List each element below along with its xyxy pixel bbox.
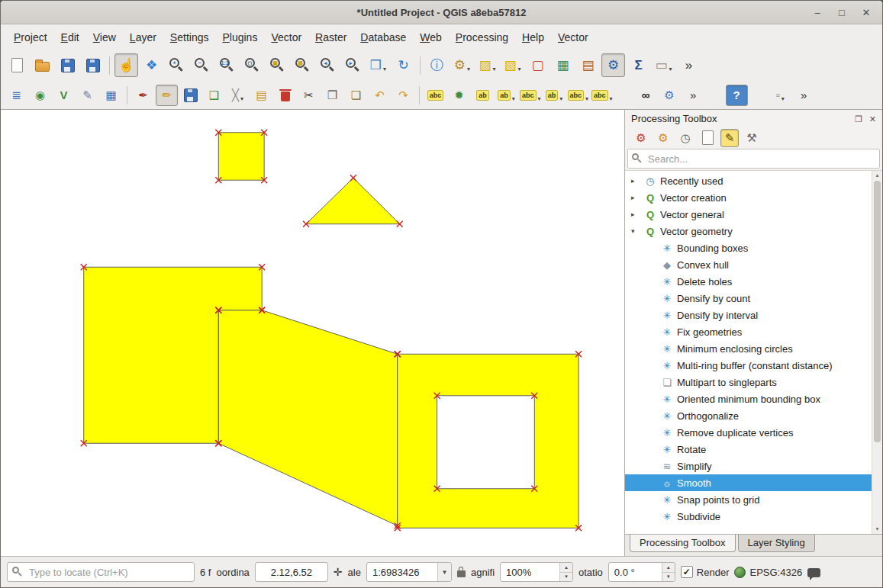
run-feature-action-dropdown-icon[interactable]: ▾ <box>467 66 470 72</box>
tree-scrollbar[interactable]: ▴ ▾ <box>872 171 882 534</box>
menu-help[interactable]: Help <box>515 27 551 47</box>
select-by-expression-dropdown-icon[interactable]: ▾ <box>518 66 521 72</box>
group-vector-geometry[interactable]: ▾QVector geometry <box>625 223 872 239</box>
pan-to-selection-button[interactable]: ❖ <box>140 53 163 77</box>
chevron-down-icon[interactable]: ▾ <box>437 563 451 581</box>
add-polygon-feature-button[interactable]: ❑ <box>203 85 225 106</box>
zoom-native-button[interactable]: 1:1 <box>215 53 239 77</box>
menu-view[interactable]: View <box>86 27 123 47</box>
map-canvas[interactable] <box>1 110 624 556</box>
redo-button[interactable]: ↷ <box>392 85 414 106</box>
measure-line-dropdown-icon[interactable]: ▾ <box>669 66 672 72</box>
history-button[interactable]: ◷ <box>676 129 694 147</box>
expand-arrow-icon[interactable]: ▸ <box>631 194 643 201</box>
rotate-label-button[interactable]: abc▾ <box>567 85 590 106</box>
label-engine-button[interactable]: ✹ <box>448 85 470 106</box>
select-features-button[interactable]: ▨▾ <box>475 53 499 77</box>
move-label-button[interactable]: ab▾ <box>543 85 566 106</box>
search-input[interactable] <box>646 153 875 165</box>
lock-scale-icon[interactable] <box>457 570 466 577</box>
zoom-full-button[interactable]: ◻ <box>240 53 264 77</box>
menu-settings[interactable]: Settings <box>163 27 216 47</box>
select-features-dropdown-icon[interactable]: ▾ <box>493 66 496 72</box>
paste-features-button[interactable]: ❏ <box>345 85 367 106</box>
scale-combo[interactable]: 1:6983426 ▾ <box>366 562 452 582</box>
menu-web[interactable]: Web <box>413 27 449 47</box>
algorithm-convex-hull[interactable]: ◆Convex hull <box>625 256 872 273</box>
open-attribute-table-button[interactable]: ▦ <box>551 53 575 77</box>
menu-project[interactable]: Project <box>7 27 54 47</box>
algorithm-simplify[interactable]: ≋Simplify <box>625 458 872 474</box>
toggle-editing-button[interactable]: ✏ <box>156 85 178 106</box>
highlight-pinned-labels-button[interactable]: ab <box>472 85 494 106</box>
layer-labeling-options-button[interactable]: abc <box>424 85 446 106</box>
algorithm-minimum-enclosing-circles[interactable]: ✳Minimum enclosing circles <box>625 340 872 357</box>
measure-line-button[interactable]: ▭▾ <box>652 53 675 77</box>
zoom-last-button[interactable]: ◂ <box>316 53 340 77</box>
locate-input[interactable] <box>27 566 189 579</box>
close-icon[interactable]: ✕ <box>861 7 872 18</box>
new-map-view-dropdown-icon[interactable]: ▾ <box>383 66 386 72</box>
new-geopackage-layer-button[interactable]: ◉ <box>29 85 51 106</box>
data-source-manager-button[interactable]: ≣ <box>5 85 27 106</box>
algorithm-densify-by-interval[interactable]: ✳Densify by interval <box>625 307 872 323</box>
zoom-in-button[interactable]: + <box>165 53 189 77</box>
algorithm-subdivide[interactable]: ✳Subdivide <box>625 508 872 525</box>
algorithm-remove-duplicate-vertices[interactable]: ✳Remove duplicate vertices <box>625 424 872 441</box>
copy-features-button[interactable]: ❐ <box>321 85 343 106</box>
toolbar2-extension-b-button[interactable]: » <box>793 85 815 106</box>
field-calculator-button[interactable]: ▤ <box>576 53 600 77</box>
minimize-icon[interactable]: – <box>812 7 823 18</box>
change-label-button[interactable]: abc▾ <box>591 85 614 106</box>
pin-unpin-labels-button[interactable]: ab▾ <box>495 85 517 106</box>
spin-down-icon[interactable]: ▾ <box>560 573 572 582</box>
scrollbar-thumb[interactable] <box>874 181 881 442</box>
new-spatialite-layer-button[interactable]: ✎ <box>76 85 98 106</box>
save-project-button[interactable] <box>56 53 79 77</box>
group-vector-general[interactable]: ▸QVector general <box>625 206 872 223</box>
toolbar1-extension-button[interactable]: » <box>677 53 701 77</box>
algorithm-snap-points-to-grid[interactable]: ✳Snap points to grid <box>625 491 872 508</box>
menu-processing[interactable]: Processing <box>449 27 515 47</box>
scroll-down-icon[interactable]: ▾ <box>875 525 878 534</box>
digitizing-options-dropdown-icon[interactable]: ▾ <box>781 95 785 102</box>
algorithm-multipart-to-singleparts[interactable]: ❏Multipart to singleparts <box>625 374 872 390</box>
zoom-next-button[interactable]: ▸ <box>341 53 365 77</box>
models-button[interactable]: ⚙ <box>632 129 650 147</box>
tab-layer-styling[interactable]: Layer Styling <box>738 535 815 552</box>
identify-features-button[interactable]: ⓘ <box>425 53 449 77</box>
spin-down-icon[interactable]: ▾ <box>662 573 675 582</box>
toolbar2-extension-a-button[interactable]: » <box>682 85 704 106</box>
rotation-spinbox[interactable]: 0.0 ° ▴▾ <box>608 562 675 582</box>
change-label-dropdown-icon[interactable]: ▾ <box>610 95 613 102</box>
menu-plugins[interactable]: Plugins <box>215 27 264 47</box>
render-toggle[interactable]: ✓ Render <box>681 566 730 578</box>
modify-attributes-button[interactable]: ▤ <box>250 85 272 106</box>
spin-up-icon[interactable]: ▴ <box>560 563 572 573</box>
move-label-dropdown-icon[interactable]: ▾ <box>559 95 562 102</box>
digitizing-options-button[interactable]: ▫▾ <box>769 85 791 106</box>
algorithm-rotate[interactable]: ✳Rotate <box>625 441 872 458</box>
algorithm-bounding-boxes[interactable]: ✳Bounding boxes <box>625 239 872 256</box>
zoom-to-layer-button[interactable]: ▤ <box>291 53 314 77</box>
save-layer-edits-button[interactable] <box>179 85 201 106</box>
render-checkbox[interactable]: ✓ <box>681 566 693 578</box>
undo-button[interactable]: ↶ <box>369 85 391 106</box>
statistical-summary-button[interactable]: Σ <box>627 53 650 77</box>
menu-vector[interactable]: Vector <box>264 27 308 47</box>
edit-features-inplace-button[interactable]: ✎ <box>720 129 739 147</box>
menu-layer[interactable]: Layer <box>123 27 163 47</box>
new-virtual-layer-button[interactable]: ▦ <box>100 85 122 106</box>
menu-raster[interactable]: Raster <box>308 27 353 47</box>
deselect-features-button[interactable]: ▢ <box>526 53 549 77</box>
show-hide-labels-dropdown-icon[interactable]: ▾ <box>538 95 541 102</box>
rotate-label-dropdown-icon[interactable]: ▾ <box>585 95 588 102</box>
new-map-view-button[interactable]: ❒▾ <box>366 53 390 77</box>
expand-arrow-icon[interactable]: ▸ <box>631 177 643 185</box>
run-feature-action-button[interactable]: ⚙▾ <box>450 53 474 77</box>
scroll-up-icon[interactable]: ▴ <box>875 171 878 180</box>
crs-button[interactable]: EPSG:4326 <box>734 567 802 578</box>
show-hide-labels-button[interactable]: abc▾ <box>519 85 542 106</box>
open-project-button[interactable] <box>31 53 54 77</box>
results-viewer-button[interactable] <box>698 129 717 147</box>
